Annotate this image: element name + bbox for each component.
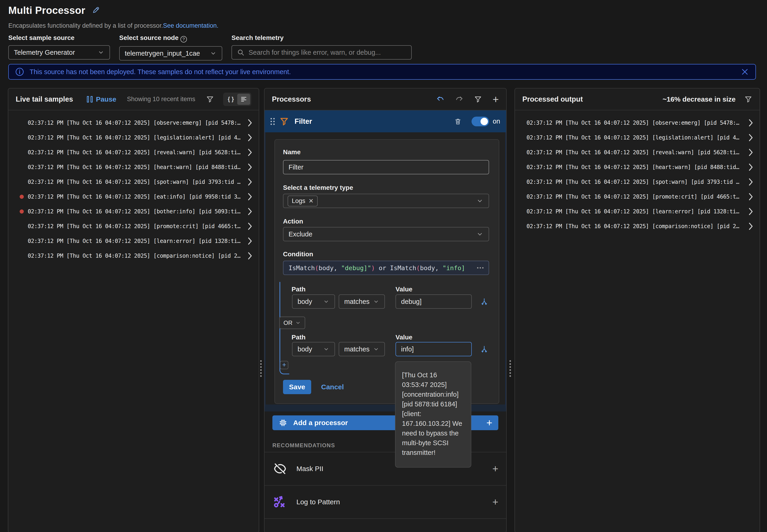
live-tail-rows: 02:37:12 PM [Thu Oct 16 04:07:12 2025] [… xyxy=(8,110,259,263)
pause-icon xyxy=(87,96,93,103)
path-select[interactable]: body xyxy=(292,342,335,356)
sample-source-select[interactable]: Telemetry Generator xyxy=(8,45,110,60)
source-node-select[interactable]: telemetrygen_input_1cae xyxy=(119,46,222,60)
telemetry-type-select[interactable]: Logs ✕ xyxy=(283,194,489,208)
chevron-down-icon xyxy=(97,49,104,56)
log-row[interactable]: 02:37:12 PM [Thu Oct 16 04:07:12 2025] [… xyxy=(8,130,259,145)
chevron-down-icon xyxy=(476,197,484,205)
chevron-right-icon[interactable] xyxy=(748,208,753,215)
operator-value: matches xyxy=(344,345,369,353)
value-input-focused[interactable]: info] xyxy=(396,342,472,356)
operator-value: matches xyxy=(344,298,369,305)
tooltip-log-entry: [Thu Oct 16 03:53:47 2025] [concentratio… xyxy=(402,370,464,457)
view-toggle-group: { } xyxy=(223,93,251,106)
funnel-filter-icon[interactable] xyxy=(744,95,752,103)
edit-pencil-icon[interactable] xyxy=(91,6,100,15)
redo-icon[interactable] xyxy=(455,95,464,103)
chevron-right-icon[interactable] xyxy=(247,237,252,245)
filter-processor-bar[interactable]: Filter on xyxy=(264,110,506,132)
log-row[interactable]: 02:37:12 PM [Thu Oct 16 04:07:12 2025] [… xyxy=(515,189,760,204)
add-icon[interactable]: + xyxy=(492,463,498,475)
chevron-right-icon[interactable] xyxy=(748,148,753,156)
chevron-right-icon[interactable] xyxy=(247,148,252,156)
log-row[interactable]: 02:37:12 PM [Thu Oct 16 04:07:12 2025] [… xyxy=(8,189,259,204)
chevron-right-icon[interactable] xyxy=(247,134,252,142)
cancel-button[interactable]: Cancel xyxy=(321,383,344,391)
chevron-right-icon[interactable] xyxy=(748,119,753,127)
log-row[interactable]: 02:37:12 PM [Thu Oct 16 04:07:12 2025] [… xyxy=(8,115,259,130)
pause-label: Pause xyxy=(96,95,116,103)
size-decrease-badge: ~16% decrease in size xyxy=(663,95,736,103)
question-circle-icon[interactable]: ? xyxy=(180,36,187,42)
save-button[interactable]: Save xyxy=(283,380,311,394)
chevron-right-icon[interactable] xyxy=(748,178,753,186)
add-condition-button[interactable]: + xyxy=(280,361,288,369)
action-select[interactable]: Exclude xyxy=(283,227,489,241)
operator-select[interactable]: matches xyxy=(339,342,385,356)
funnel-filter-icon[interactable] xyxy=(474,95,482,103)
enabled-toggle[interactable] xyxy=(472,117,489,126)
log-row[interactable]: 02:37:12 PM [Thu Oct 16 04:07:12 2025] [… xyxy=(8,160,259,175)
log-row[interactable]: 02:37:12 PM [Thu Oct 16 04:07:12 2025] [… xyxy=(8,175,259,189)
chevron-right-icon[interactable] xyxy=(247,178,252,186)
chevron-right-icon[interactable] xyxy=(247,222,252,230)
chevron-right-icon[interactable] xyxy=(247,208,252,215)
value-input[interactable]: debug] xyxy=(396,294,472,309)
pause-button[interactable]: Pause xyxy=(87,95,116,103)
processors-header: Processors + xyxy=(264,88,506,110)
chevron-right-icon[interactable] xyxy=(748,193,753,201)
log-row[interactable]: 02:37:12 PM [Thu Oct 16 04:07:12 2025] [… xyxy=(515,145,760,160)
branch-split-icon[interactable] xyxy=(480,298,489,306)
trash-icon[interactable] xyxy=(454,117,462,126)
logic-operator-select[interactable]: OR xyxy=(279,317,305,329)
chevron-right-icon[interactable] xyxy=(748,222,753,230)
sample-source-label: Select sample source xyxy=(8,34,110,42)
log-text: 02:37:12 PM [Thu Oct 16 04:07:12 2025] [… xyxy=(28,238,244,244)
processed-output-panel: Processed output ~16% decrease in size 0… xyxy=(515,88,760,532)
add-icon[interactable]: + xyxy=(493,94,499,105)
add-icon[interactable]: + xyxy=(492,496,498,508)
chevron-right-icon[interactable] xyxy=(247,193,252,201)
log-row[interactable]: 02:37:12 PM [Thu Oct 16 04:07:12 2025] [… xyxy=(8,248,259,263)
drag-handle-icon[interactable] xyxy=(270,118,275,125)
log-text: 02:37:12 PM [Thu Oct 16 04:07:12 2025] [… xyxy=(527,208,745,215)
log-row[interactable]: 02:37:12 PM [Thu Oct 16 04:07:12 2025] [… xyxy=(515,115,760,130)
log-row[interactable]: 02:37:12 PM [Thu Oct 16 04:07:12 2025] [… xyxy=(515,160,760,175)
log-text: 02:37:12 PM [Thu Oct 16 04:07:12 2025] [… xyxy=(527,120,745,126)
search-input[interactable]: Search for things like error, warn, or d… xyxy=(231,45,412,60)
value-text: debug] xyxy=(401,298,422,305)
path-select[interactable]: body xyxy=(292,294,335,309)
name-input[interactable]: Filter xyxy=(283,160,489,174)
see-documentation-link[interactable]: See documentation. xyxy=(163,22,218,29)
log-row[interactable]: 02:37:12 PM [Thu Oct 16 04:07:12 2025] [… xyxy=(8,145,259,160)
chevron-right-icon[interactable] xyxy=(247,252,252,260)
chevron-right-icon[interactable] xyxy=(247,163,252,171)
close-icon[interactable] xyxy=(741,68,749,76)
log-row[interactable]: 02:37:12 PM [Thu Oct 16 04:07:12 2025] [… xyxy=(515,219,760,234)
funnel-filter-icon[interactable] xyxy=(206,95,214,103)
recommendation-log-to-pattern[interactable]: Log to Pattern + xyxy=(264,485,506,518)
log-row[interactable]: 02:37:12 PM [Thu Oct 16 04:07:12 2025] [… xyxy=(8,204,259,219)
panel-resize-handle[interactable] xyxy=(510,360,511,377)
log-row[interactable]: 02:37:12 PM [Thu Oct 16 04:07:12 2025] [… xyxy=(515,175,760,189)
code-view-button[interactable]: { } xyxy=(224,94,237,105)
list-view-button[interactable] xyxy=(237,94,250,105)
source-node-group: Select source node? telemetrygen_input_1… xyxy=(119,34,222,60)
subtitle-text: Encapsulates functionality defined by a … xyxy=(8,22,163,29)
log-row[interactable]: 02:37:12 PM [Thu Oct 16 04:07:12 2025] [… xyxy=(515,130,760,145)
chevron-right-icon[interactable] xyxy=(748,163,753,171)
processed-output-rows: 02:37:12 PM [Thu Oct 16 04:07:12 2025] [… xyxy=(515,110,760,234)
undo-icon[interactable] xyxy=(436,95,445,103)
log-row[interactable]: 02:37:12 PM [Thu Oct 16 04:07:12 2025] [… xyxy=(8,219,259,234)
chevron-right-icon[interactable] xyxy=(247,119,252,127)
log-row[interactable]: 02:37:12 PM [Thu Oct 16 04:07:12 2025] [… xyxy=(515,204,760,219)
branch-split-icon[interactable] xyxy=(480,345,489,354)
chip-remove-icon[interactable]: ✕ xyxy=(309,197,314,205)
chevron-right-icon[interactable] xyxy=(748,134,753,142)
condition-input[interactable]: IsMatch(body, "debug]") or IsMatch(body,… xyxy=(283,261,489,275)
logic-operator-value: OR xyxy=(283,319,292,326)
operator-select[interactable]: matches xyxy=(339,294,385,309)
chip-icon xyxy=(278,418,287,427)
log-row[interactable]: 02:37:12 PM [Thu Oct 16 04:07:12 2025] [… xyxy=(8,234,259,248)
panel-resize-handle[interactable] xyxy=(260,360,262,377)
